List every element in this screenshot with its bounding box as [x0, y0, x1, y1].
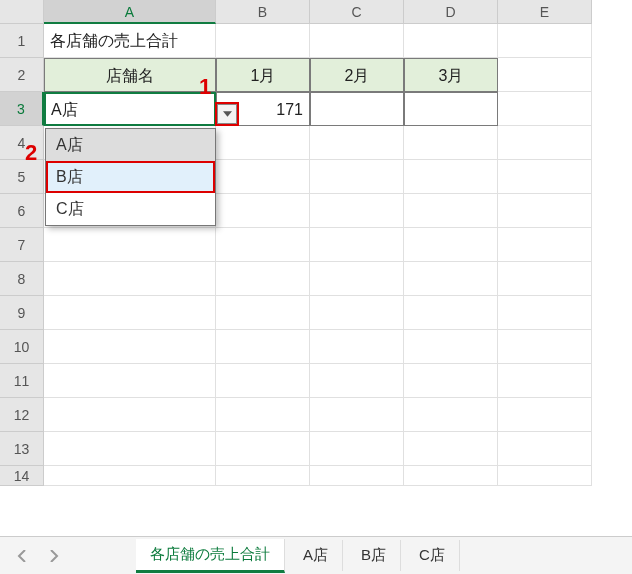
cell-A3-store-select[interactable]: A店	[44, 92, 216, 126]
row-header-7[interactable]: 7	[0, 228, 44, 262]
cell-E6[interactable]	[498, 194, 592, 228]
cell-A12[interactable]	[44, 398, 216, 432]
cell-C10[interactable]	[310, 330, 404, 364]
cell-C12[interactable]	[310, 398, 404, 432]
cell-B6[interactable]	[216, 194, 310, 228]
cell-C11[interactable]	[310, 364, 404, 398]
row-header-2[interactable]: 2	[0, 58, 44, 92]
cell-C13[interactable]	[310, 432, 404, 466]
cell-A9[interactable]	[44, 296, 216, 330]
sheet-tab-2[interactable]: B店	[347, 540, 401, 571]
row-header-13[interactable]: 13	[0, 432, 44, 466]
cell-C9[interactable]	[310, 296, 404, 330]
data-validation-dropdown-list[interactable]: A店 B店 C店	[45, 128, 216, 226]
cell-D14[interactable]	[404, 466, 498, 486]
dropdown-item-0[interactable]: A店	[46, 129, 215, 161]
select-all-corner[interactable]	[0, 0, 44, 24]
cell-C4[interactable]	[310, 126, 404, 160]
cell-D1[interactable]	[404, 24, 498, 58]
cell-E5[interactable]	[498, 160, 592, 194]
cell-A2-header-store[interactable]: 店舗名	[44, 58, 216, 92]
cell-B14[interactable]	[216, 466, 310, 486]
cell-B13[interactable]	[216, 432, 310, 466]
dropdown-item-1[interactable]: B店	[46, 161, 215, 193]
cell-C14[interactable]	[310, 466, 404, 486]
col-header-D[interactable]: D	[404, 0, 498, 24]
sheet-tab-active[interactable]: 各店舗の売上合計	[136, 539, 285, 573]
cell-B7[interactable]	[216, 228, 310, 262]
col-header-E[interactable]: E	[498, 0, 592, 24]
cell-C5[interactable]	[310, 160, 404, 194]
cell-B12[interactable]	[216, 398, 310, 432]
cell-E9[interactable]	[498, 296, 592, 330]
cell-E10[interactable]	[498, 330, 592, 364]
cell-E1[interactable]	[498, 24, 592, 58]
data-validation-dropdown-button[interactable]	[217, 104, 237, 124]
sheet-tab-bar: 各店舗の売上合計 A店 B店 C店	[0, 536, 632, 574]
cell-E11[interactable]	[498, 364, 592, 398]
cell-C3[interactable]	[310, 92, 404, 126]
col-header-B[interactable]: B	[216, 0, 310, 24]
cell-A13[interactable]	[44, 432, 216, 466]
sheet-tab-3[interactable]: C店	[405, 540, 460, 571]
chevron-left-icon	[17, 550, 27, 562]
cell-C1[interactable]	[310, 24, 404, 58]
row-header-5[interactable]: 5	[0, 160, 44, 194]
chevron-right-icon	[49, 550, 59, 562]
row-header-9[interactable]: 9	[0, 296, 44, 330]
cell-D4[interactable]	[404, 126, 498, 160]
cell-D5[interactable]	[404, 160, 498, 194]
cell-B8[interactable]	[216, 262, 310, 296]
cell-A7[interactable]	[44, 228, 216, 262]
row-header-3[interactable]: 3	[0, 92, 44, 126]
cell-E3[interactable]	[498, 92, 592, 126]
row-header-6[interactable]: 6	[0, 194, 44, 228]
cell-B4[interactable]	[216, 126, 310, 160]
dropdown-item-2[interactable]: C店	[46, 193, 215, 225]
cell-E8[interactable]	[498, 262, 592, 296]
col-header-C[interactable]: C	[310, 0, 404, 24]
cell-D13[interactable]	[404, 432, 498, 466]
row-header-8[interactable]: 8	[0, 262, 44, 296]
cell-C8[interactable]	[310, 262, 404, 296]
cell-C6[interactable]	[310, 194, 404, 228]
sheet-tab-1[interactable]: A店	[289, 540, 343, 571]
cell-E13[interactable]	[498, 432, 592, 466]
row-header-10[interactable]: 10	[0, 330, 44, 364]
cell-B1[interactable]	[216, 24, 310, 58]
row-header-4[interactable]: 4	[0, 126, 44, 160]
cell-B10[interactable]	[216, 330, 310, 364]
row-header-12[interactable]: 12	[0, 398, 44, 432]
cell-A11[interactable]	[44, 364, 216, 398]
cell-A10[interactable]	[44, 330, 216, 364]
cell-B2-header-m1[interactable]: 1月	[216, 58, 310, 92]
cell-E2[interactable]	[498, 58, 592, 92]
row-header-1[interactable]: 1	[0, 24, 44, 58]
cell-C7[interactable]	[310, 228, 404, 262]
cell-B5[interactable]	[216, 160, 310, 194]
cell-D11[interactable]	[404, 364, 498, 398]
cell-D9[interactable]	[404, 296, 498, 330]
cell-D2-header-m3[interactable]: 3月	[404, 58, 498, 92]
cell-A8[interactable]	[44, 262, 216, 296]
col-header-A[interactable]: A	[44, 0, 216, 24]
cell-B11[interactable]	[216, 364, 310, 398]
cell-B9[interactable]	[216, 296, 310, 330]
cell-E4[interactable]	[498, 126, 592, 160]
cell-D10[interactable]	[404, 330, 498, 364]
cell-D8[interactable]	[404, 262, 498, 296]
cell-E14[interactable]	[498, 466, 592, 486]
cell-D7[interactable]	[404, 228, 498, 262]
cell-E7[interactable]	[498, 228, 592, 262]
sheet-nav-prev[interactable]	[8, 542, 36, 570]
cell-A14[interactable]	[44, 466, 216, 486]
cell-E12[interactable]	[498, 398, 592, 432]
row-header-14[interactable]: 14	[0, 466, 44, 486]
cell-D6[interactable]	[404, 194, 498, 228]
cell-A1[interactable]: 各店舗の売上合計	[44, 24, 216, 58]
cell-D12[interactable]	[404, 398, 498, 432]
cell-D3[interactable]	[404, 92, 498, 126]
cell-C2-header-m2[interactable]: 2月	[310, 58, 404, 92]
row-header-11[interactable]: 11	[0, 364, 44, 398]
sheet-nav-next[interactable]	[40, 542, 68, 570]
